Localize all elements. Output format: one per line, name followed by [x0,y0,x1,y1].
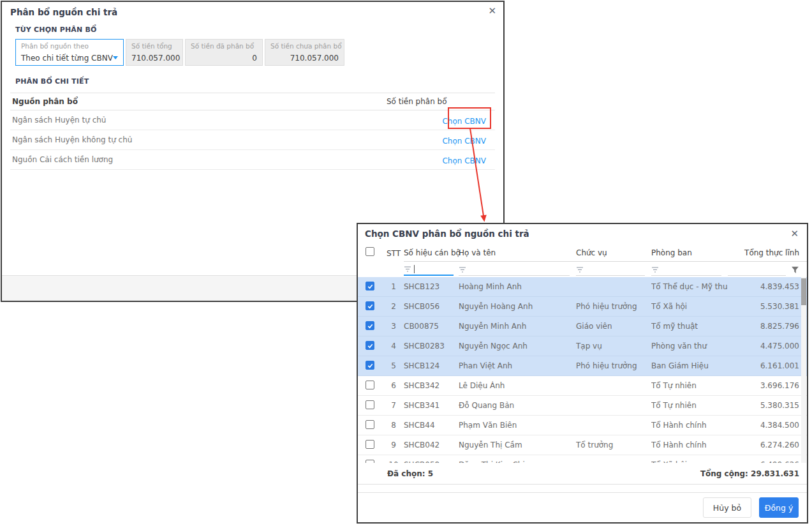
allocated-amount-field: Số tiền đã phân bổ 0 [185,39,263,66]
col-department-header[interactable]: Phòng ban [651,248,728,262]
allocation-detail-table: Nguồn phân bổ Số tiền phân bổ Ngân sách … [10,93,495,170]
staff-rows: 1SHCB123Hoàng Minh AnhTổ Thể dục - Mỹ th… [358,277,807,463]
text-cursor [414,265,415,273]
col-amount-header: Số tiền phân bổ [387,97,495,106]
row-checkbox[interactable] [365,381,374,389]
col-source-header: Nguồn phân bổ [10,97,387,106]
total-amount-field: Số tiền tổng 710.057.000 [126,39,183,66]
unallocated-amount-value: 710.057.000 [270,54,339,63]
unallocated-amount-label: Số tiền chưa phân bổ [270,42,339,50]
confirm-button[interactable]: Đồng ý [759,497,799,518]
staff-table-header: STT Số hiệu cán bộ Họ và tên Chức vụ Phò… [358,242,807,262]
row-checkbox[interactable] [365,341,374,350]
section-allocation-options: TÙY CHỌN PHÂN BỔ [15,26,97,34]
total-amount-label: Số tiền tổng [131,42,177,50]
col-code-header[interactable]: Số hiệu cán bộ [404,248,459,262]
vertical-scrollbar[interactable] [801,277,806,463]
position-filter-input[interactable] [576,263,645,276]
choose-cbnv-modal: Chọn CBNV phân bổ nguồn chi trả ✕ STT Số… [357,223,808,524]
scrollbar-thumb[interactable] [801,278,806,305]
row-checkbox[interactable] [365,321,374,330]
allocated-amount-label: Số tiền đã phân bổ [191,42,257,50]
filter-lines-icon [459,266,466,273]
row-checkbox[interactable] [365,301,374,310]
choose-cbnv-link[interactable]: Chọn CBNV [442,137,486,146]
table-row[interactable]: 7SHCB341Đỗ Quang BảnTổ Tự nhiên5.380.315 [358,396,807,416]
selected-count: Đã chọn: 5 [358,469,433,478]
table-row[interactable]: 4SHCB0283Nguyễn Ngọc AnhTạp vụPhòng văn … [358,336,807,356]
code-filter-input[interactable] [404,263,454,276]
filter-lines-icon [404,265,411,273]
detail-table-header: Nguồn phân bổ Số tiền phân bổ [10,93,495,110]
col-total-header[interactable]: Tổng thực lĩnh [728,248,807,262]
col-stt-header[interactable]: STT [383,249,404,262]
row-checkbox[interactable] [365,440,374,449]
source-name: Ngân sách Huyện tự chủ [10,116,387,124]
filter-lines-icon [576,266,584,273]
filter-row [358,262,807,277]
total-amount-value: 710.057.000 [131,54,177,63]
modal1-title: Phân bổ nguồn chi trả [10,7,117,17]
grand-total: Tổng cộng: 29.831.631 [700,469,807,478]
row-checkbox[interactable] [365,400,374,409]
close-icon[interactable]: ✕ [790,229,799,239]
row-checkbox[interactable] [365,420,374,429]
unallocated-amount-field: Số tiền chưa phân bổ 710.057.000 [265,39,344,66]
screen: Phân bổ nguồn chi trả ✕ TÙY CHỌN PHÂN BỔ… [0,0,812,528]
choose-cbnv-link[interactable]: Chọn CBNV [442,156,486,165]
total-filter-input[interactable] [728,263,786,276]
modal2-title: Chọn CBNV phân bổ nguồn chi trả [365,229,529,239]
col-name-header[interactable]: Họ và tên [459,248,576,262]
close-icon[interactable]: ✕ [488,6,496,16]
col-position-header[interactable]: Chức vụ [576,248,651,262]
section-allocation-detail: PHÂN BỔ CHI TIẾT [15,77,89,86]
table-row[interactable]: 9SHCB042Nguyễn Thị CầmTổ trưởngTổ Hành c… [358,435,807,455]
source-name: Nguồn Cải cách tiền lương [10,155,387,164]
table-row[interactable]: 5SHCB124Phan Việt AnhPhó hiệu trưởngBan … [358,356,807,376]
table-row: Ngân sách Huyện tự chủ Chọn CBNV [10,110,495,130]
filter-lines-icon [651,266,659,273]
allocate-by-dropdown[interactable]: Phân bổ nguồn theo Theo chi tiết từng CB… [15,39,124,66]
cancel-button[interactable]: Hủy bỏ [703,497,751,518]
allocated-amount-value: 0 [191,54,257,63]
filter-funnel-icon[interactable] [791,266,799,274]
table-row[interactable]: 1SHCB123Hoàng Minh AnhTổ Thể dục - Mỹ th… [358,277,807,297]
table-row: Nguồn Cải cách tiền lương Chọn CBNV [10,150,495,170]
summary-row: Đã chọn: 5 Tổng cộng: 29.831.631 [358,463,807,485]
table-row[interactable]: 8SHCB44Phạm Văn BiênTổ Hành chính4.384.5… [358,416,807,435]
allocate-by-label: Phân bổ nguồn theo [21,42,118,50]
department-filter-input[interactable] [651,263,721,276]
table-row[interactable]: 6SHCB342Lê Diệu ÁnhTổ Tự nhiên3.696.176 [358,376,807,396]
table-row[interactable]: 3CB00875Nguyễn Minh AnhGiáo viênTổ mỹ th… [358,317,807,336]
modal2-footer: Hủy bỏ Đồng ý [358,492,807,522]
choose-cbnv-link[interactable]: Chọn CBNV [442,117,486,126]
allocate-by-value: Theo chi tiết từng CBNV [21,54,118,63]
row-checkbox[interactable] [365,282,374,290]
table-row[interactable]: 10SHCB058Đặng Thị Kim ChiTổ Xã hội6.499.… [358,455,807,463]
select-all-checkbox[interactable] [365,247,374,256]
table-row: Ngân sách Huyện không tự chủ Chọn CBNV [10,130,495,150]
row-checkbox[interactable] [365,361,374,370]
chevron-down-icon[interactable] [113,56,118,59]
option-fields-row: Phân bổ nguồn theo Theo chi tiết từng CB… [15,39,344,66]
source-name: Ngân sách Huyện không tự chủ [10,135,387,144]
name-filter-input[interactable] [459,263,570,276]
table-row[interactable]: 2SHCB056Nguyễn Hoàng AnhPhó hiệu trưởngT… [358,297,807,317]
